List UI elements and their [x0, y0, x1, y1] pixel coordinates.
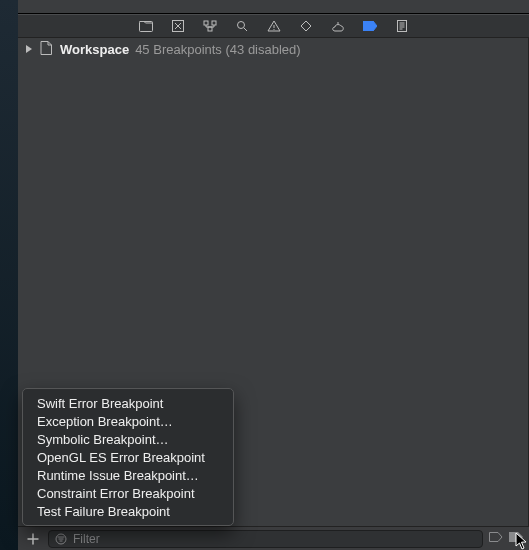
active-breakpoints-filter-icon[interactable]	[509, 532, 523, 546]
svg-rect-4	[208, 27, 212, 31]
svg-point-5	[237, 22, 244, 29]
add-breakpoint-menu: Swift Error Breakpoint Exception Breakpo…	[22, 388, 234, 526]
filter-icon	[55, 533, 67, 545]
svg-rect-3	[212, 21, 216, 25]
workspace-row[interactable]: Workspace 45 Breakpoints (43 disabled)	[18, 38, 528, 60]
window-titlebar	[18, 0, 529, 14]
menu-item-test-failure-breakpoint[interactable]: Test Failure Breakpoint	[23, 502, 233, 520]
menu-item-exception-breakpoint[interactable]: Exception Breakpoint…	[23, 412, 233, 430]
filter-field[interactable]	[48, 530, 483, 548]
desktop-background	[0, 0, 18, 550]
workspace-label: Workspace	[60, 42, 129, 57]
find-navigator-tab[interactable]	[234, 18, 250, 34]
svg-rect-2	[204, 21, 208, 25]
menu-item-swift-error-breakpoint[interactable]: Swift Error Breakpoint	[23, 394, 233, 412]
source-control-navigator-tab[interactable]	[170, 18, 186, 34]
svg-rect-7	[397, 21, 406, 32]
menu-item-opengl-es-error-breakpoint[interactable]: OpenGL ES Error Breakpoint	[23, 448, 233, 466]
project-navigator-tab[interactable]	[138, 18, 154, 34]
issue-navigator-tab[interactable]	[266, 18, 282, 34]
workspace-summary: 45 Breakpoints (43 disabled)	[135, 42, 301, 57]
document-icon	[40, 41, 54, 57]
menu-item-symbolic-breakpoint[interactable]: Symbolic Breakpoint…	[23, 430, 233, 448]
menu-item-runtime-issue-breakpoint[interactable]: Runtime Issue Breakpoint…	[23, 466, 233, 484]
breakpoint-navigator-tab[interactable]	[362, 18, 378, 34]
symbol-navigator-tab[interactable]	[202, 18, 218, 34]
report-navigator-tab[interactable]	[394, 18, 410, 34]
navigator-selector-bar	[18, 14, 529, 38]
navigator-bottom-bar	[18, 526, 529, 550]
debug-navigator-tab[interactable]	[330, 18, 346, 34]
test-navigator-tab[interactable]	[298, 18, 314, 34]
filter-input[interactable]	[73, 532, 476, 546]
enabled-breakpoints-filter-icon[interactable]	[489, 532, 503, 546]
svg-point-6	[273, 29, 274, 30]
disclosure-triangle-icon[interactable]	[24, 44, 34, 54]
menu-item-constraint-error-breakpoint[interactable]: Constraint Error Breakpoint	[23, 484, 233, 502]
filter-scope-icons	[489, 532, 523, 546]
add-breakpoint-button[interactable]	[24, 530, 42, 548]
